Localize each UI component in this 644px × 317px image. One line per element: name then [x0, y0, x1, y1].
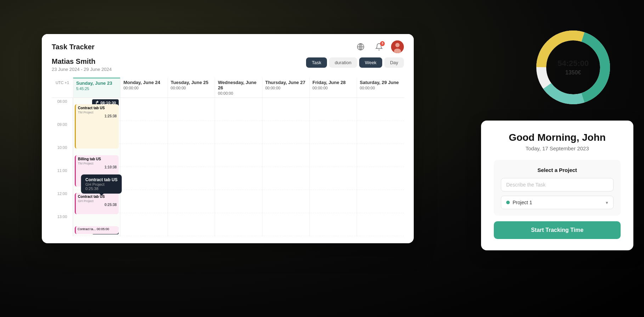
- day-col-sat: Saturday, 29 June 00:00:00: [357, 78, 404, 98]
- date-range: 23 June 2024 - 29 June 2024: [52, 67, 112, 72]
- morning-card: Good Morning, John Today, 17 September 2…: [481, 121, 633, 250]
- donut-money: 1350€: [558, 69, 589, 76]
- day-body-fri: [309, 98, 356, 236]
- select-project-label: Select a Project: [501, 167, 614, 173]
- day-col-mon: Monday, June 24 00:00:00: [120, 78, 167, 98]
- notification-badge: 3: [380, 41, 385, 46]
- time-slot-11: 11:00: [52, 167, 73, 190]
- task-tracker-card: Task Tracker 3: [42, 34, 414, 243]
- day-col-fri: Friday, June 28 00:00:00: [309, 78, 356, 98]
- avatar[interactable]: [391, 40, 404, 53]
- day-body-mon: [120, 98, 167, 236]
- day-time-tue: 00:00:00: [171, 86, 212, 90]
- task-description-input[interactable]: [501, 178, 614, 191]
- calendar-subheader: Matias Smith 23 June 2024 - 29 June 2024…: [52, 57, 404, 72]
- day-name-wed: Wednesday, June 26: [218, 80, 259, 90]
- day-name-thu: Thursday, June 27: [265, 80, 306, 85]
- grid-header: UTC +1 Sunday, June 23 5:45:25 Monday, J…: [52, 78, 404, 98]
- time-slot-12: 12:00: [52, 190, 73, 213]
- day-name-mon: Monday, June 24: [123, 80, 164, 85]
- day-name-sunday: Sunday, June 23: [76, 80, 117, 86]
- time-slot-8: 08:00: [52, 98, 73, 121]
- user-name: Matias Smith: [52, 57, 112, 66]
- donut-time: 54:25:00: [558, 59, 589, 68]
- event-tooltip: Contract tab US GH Project 0:25:38: [81, 174, 122, 194]
- project-select-area: Select a Project Project 1 ▾: [494, 160, 621, 216]
- time-slot-9: 09:00: [52, 121, 73, 144]
- globe-button[interactable]: [354, 40, 367, 53]
- day-time-thu: 00:00:00: [265, 86, 306, 90]
- event-small[interactable]: Contract ta... 00:05:00: [75, 226, 119, 234]
- calendar-grid: UTC +1 Sunday, June 23 5:45:25 Monday, J…: [52, 78, 404, 236]
- day-col-sunday: Sunday, June 23 5:45:25: [73, 78, 120, 98]
- chevron-down-icon: ▾: [606, 200, 608, 205]
- day-body-wed: [215, 98, 262, 236]
- user-info: Matias Smith 23 June 2024 - 29 June 2024: [52, 57, 112, 72]
- event-contract-tm[interactable]: Contract tab US TM Project 1:25:38: [75, 104, 119, 149]
- start-tracking-button[interactable]: Start Tracking Time: [494, 221, 621, 239]
- event-contract-gh[interactable]: Contract tab US GH Project 0:25:38: [75, 193, 119, 214]
- day-time-wed: 00:00:00: [218, 91, 259, 95]
- day-col-thu: Thursday, June 27 00:00:00: [262, 78, 309, 98]
- time-column: 08:00 09:00 10:00 11:00 12:00 13:00: [52, 98, 73, 236]
- day-time-mon: 00:00:00: [123, 86, 164, 90]
- day-body-sunday: ↱ 08:10:30 Contract tab US GH Project: [73, 98, 120, 236]
- calendar-area: Matias Smith 23 June 2024 - 29 June 2024…: [42, 57, 414, 243]
- donut-center: 54:25:00 1350€: [558, 59, 589, 76]
- view-controls: Task duration Week Day: [306, 57, 404, 68]
- project-dot: [506, 201, 510, 204]
- week-view-btn[interactable]: Week: [359, 57, 382, 68]
- morning-greeting: Good Morning, John: [494, 132, 621, 143]
- project-dropdown[interactable]: Project 1 ▾: [501, 196, 614, 209]
- header-icons: 3: [354, 40, 404, 53]
- day-body-sat: [357, 98, 404, 236]
- notification-button[interactable]: 3: [373, 40, 385, 53]
- day-col-tue: Tuesday, June 25 00:00:00: [168, 78, 215, 98]
- day-body-tue: [168, 98, 215, 236]
- day-col-wed: Wednesday, June 26 00:00:00: [215, 78, 262, 98]
- card-header: Task Tracker 3: [42, 34, 414, 57]
- time-slot-10: 10:00: [52, 144, 73, 167]
- day-view-btn[interactable]: Day: [384, 57, 404, 68]
- day-name-tue: Tuesday, June 25: [171, 80, 212, 85]
- project-name: Project 1: [513, 200, 606, 205]
- day-name-sat: Saturday, 29 June: [360, 80, 401, 85]
- svg-point-5: [395, 43, 400, 47]
- day-time-fri: 00:00:00: [312, 86, 354, 90]
- duration-view-btn[interactable]: duration: [329, 57, 357, 68]
- morning-date: Today, 17 September 2023: [494, 145, 621, 151]
- time-slot-13: 13:00: [52, 213, 73, 236]
- day-name-fri: Friday, June 28: [312, 80, 354, 85]
- grid-body: 08:00 09:00 10:00 11:00 12:00 13:00: [52, 98, 404, 236]
- day-time-sat: 00:00:00: [360, 86, 401, 90]
- app-title: Task Tracker: [52, 43, 95, 51]
- day-body-thu: [262, 98, 309, 236]
- timezone-label: UTC +1: [52, 78, 73, 98]
- day-time-sunday: 5:45:25: [76, 87, 117, 91]
- task-view-btn[interactable]: Task: [306, 57, 327, 68]
- days-body: ↱ 08:10:30 Contract tab US GH Project: [73, 98, 404, 236]
- donut-chart: 54:25:00 1350€: [527, 21, 619, 113]
